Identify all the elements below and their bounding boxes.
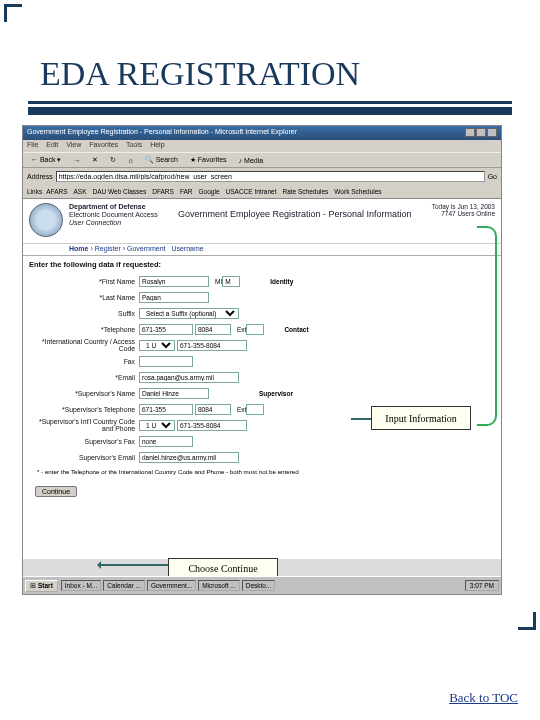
email-input[interactable] xyxy=(139,372,239,383)
link-work[interactable]: Work Schedules xyxy=(332,188,383,195)
sup-acc-phone-input[interactable] xyxy=(177,420,247,431)
acc-select[interactable]: 1 US xyxy=(139,340,175,351)
last-name-input[interactable] xyxy=(139,292,209,303)
system-tray[interactable]: 3:07 PM xyxy=(465,580,499,591)
suffix-select[interactable]: Select a Suffix (optional) xyxy=(139,308,239,319)
favorites-button[interactable]: ★ Favorites xyxy=(186,155,231,165)
callout-input-info: Input Information xyxy=(371,406,471,430)
links-label: Links xyxy=(27,188,42,195)
sup-ext-label: Ext xyxy=(237,406,246,413)
sup-phone-input-1[interactable] xyxy=(139,404,193,415)
link-ask[interactable]: ASK xyxy=(72,188,89,195)
sup-fax-label: Supervisor's Fax xyxy=(29,438,139,445)
minimize-icon[interactable] xyxy=(465,128,475,137)
today-label: Today is Jun 13, 2003 xyxy=(432,203,495,210)
link-afars[interactable]: AFARS xyxy=(44,188,69,195)
link-usacce[interactable]: USACCE Intranet xyxy=(224,188,279,195)
link-dfars[interactable]: DFARS xyxy=(150,188,176,195)
menu-tools[interactable]: Tools xyxy=(126,141,142,148)
ext-input[interactable] xyxy=(246,324,264,335)
sup-phone-input-2[interactable] xyxy=(195,404,231,415)
instruction-text: Enter the following data if requested: xyxy=(23,256,501,273)
acc-phone-input[interactable] xyxy=(177,340,247,351)
screenshot: Government Employee Registration - Perso… xyxy=(22,125,502,595)
mi-input[interactable] xyxy=(222,276,240,287)
window-title-text: Government Employee Registration - Perso… xyxy=(27,128,297,138)
page-content: Department of Defense Electronic Documen… xyxy=(23,199,501,559)
continue-button[interactable]: Continue xyxy=(35,486,77,497)
users-online: 7747 Users Online xyxy=(432,210,495,217)
forward-button[interactable]: → xyxy=(69,156,84,165)
bracket-decoration xyxy=(477,226,497,426)
first-name-label: *First Name xyxy=(29,278,139,285)
task-calendar[interactable]: Calendar ... xyxy=(103,580,145,591)
title-rule-thick xyxy=(28,107,512,115)
back-to-toc-link[interactable]: Back to TOC xyxy=(449,690,518,706)
menu-favorites[interactable]: Favorites xyxy=(89,141,118,148)
link-google[interactable]: Google xyxy=(197,188,222,195)
sup-name-label: *Supervisor's Name xyxy=(29,390,139,397)
callout-arrow-2 xyxy=(98,564,168,566)
refresh-button[interactable]: ↻ xyxy=(106,155,120,165)
identity-section-label: Identity xyxy=(270,278,293,285)
address-input[interactable] xyxy=(56,171,485,182)
slide-title: EDA REGISTRATION xyxy=(0,0,540,93)
callout-continue: Choose Continue xyxy=(168,558,278,578)
fax-label: Fax xyxy=(29,358,139,365)
address-bar: Address Go xyxy=(23,168,501,184)
email-label: *Email xyxy=(29,374,139,381)
maximize-icon[interactable] xyxy=(476,128,486,137)
task-desktop[interactable]: Deskto... xyxy=(242,580,276,591)
fax-input[interactable] xyxy=(139,356,193,367)
sup-acc-label: *Supervisor's Int'l Country Code and Pho… xyxy=(29,418,139,432)
menu-bar: File Edit View Favorites Tools Help xyxy=(23,140,501,152)
link-rates[interactable]: Rate Schedules xyxy=(280,188,330,195)
dod-seal-icon xyxy=(29,203,63,237)
callout-arrow-1 xyxy=(351,418,371,420)
task-ms[interactable]: Microsoft ... xyxy=(198,580,240,591)
menu-file[interactable]: File xyxy=(27,141,38,148)
sup-email-label: Supervisor's Email xyxy=(29,454,139,461)
links-bar: Links AFARS ASK DAU Web Classes DFARS FA… xyxy=(23,184,501,199)
window-titlebar: Government Employee Registration - Perso… xyxy=(23,126,501,140)
acc-label: *International Country / Access Code xyxy=(29,338,139,352)
menu-edit[interactable]: Edit xyxy=(46,141,58,148)
toolbar: ← Back ▾ → ✕ ↻ ⌂ 🔍 Search ★ Favorites ♪ … xyxy=(23,152,501,168)
ext-label: Ext xyxy=(237,326,246,333)
back-button[interactable]: ← Back ▾ xyxy=(27,155,65,165)
search-button[interactable]: 🔍 Search xyxy=(141,155,182,165)
last-name-label: *Last Name xyxy=(29,294,139,301)
phone-label: *Telephone xyxy=(29,326,139,333)
task-gov[interactable]: Government... xyxy=(147,580,196,591)
address-label: Address xyxy=(27,173,53,180)
task-inbox[interactable]: Inbox - M... xyxy=(61,580,102,591)
contact-section-label: Contact xyxy=(284,326,308,333)
home-button[interactable]: ⌂ xyxy=(124,156,136,165)
link-far[interactable]: FAR xyxy=(178,188,195,195)
breadcrumb: Home › Register › Government Username xyxy=(23,244,501,256)
sup-email-input[interactable] xyxy=(139,452,239,463)
sup-ext-input[interactable] xyxy=(246,404,264,415)
app-label: Electronic Document Access xyxy=(69,211,158,219)
start-button[interactable]: ⊞Start xyxy=(25,580,58,592)
menu-help[interactable]: Help xyxy=(150,141,164,148)
first-name-input[interactable] xyxy=(139,276,209,287)
sup-acc-select[interactable]: 1 US xyxy=(139,420,175,431)
close-icon[interactable] xyxy=(487,128,497,137)
stop-button[interactable]: ✕ xyxy=(88,155,102,165)
media-button[interactable]: ♪ Media xyxy=(235,156,268,165)
taskbar: ⊞Start Inbox - M... Calendar ... Governm… xyxy=(23,576,501,594)
sup-name-input[interactable] xyxy=(139,388,209,399)
link-dau[interactable]: DAU Web Classes xyxy=(91,188,149,195)
sub-label: User Connection xyxy=(69,219,158,227)
phone-input-1[interactable] xyxy=(139,324,193,335)
go-button[interactable]: Go xyxy=(488,173,497,180)
title-rule-thin xyxy=(28,101,512,104)
sup-phone-label: *Supervisor's Telephone xyxy=(29,406,139,413)
supervisor-section-label: Supervisor xyxy=(259,390,293,397)
sup-fax-input[interactable] xyxy=(139,436,193,447)
suffix-label: Suffix xyxy=(29,310,139,317)
menu-view[interactable]: View xyxy=(66,141,81,148)
phone-input-2[interactable] xyxy=(195,324,231,335)
windows-icon: ⊞ xyxy=(30,582,36,590)
